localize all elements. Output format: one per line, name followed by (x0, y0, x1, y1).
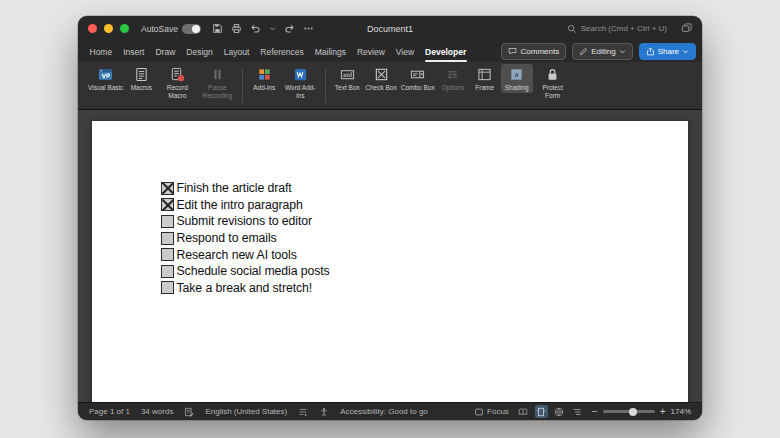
form-checkbox-unchecked[interactable] (161, 248, 174, 261)
focus-toggle[interactable]: Focus (474, 407, 509, 417)
accessibility-checker-icon[interactable] (319, 407, 329, 417)
focus-label: Focus (487, 407, 509, 416)
form-checkbox-unchecked[interactable] (161, 281, 174, 294)
pencil-icon (579, 47, 588, 56)
tab-view[interactable]: View (390, 41, 419, 62)
checklist-item-text: Edit the intro paragraph (177, 198, 303, 212)
form-checkbox-checked[interactable] (161, 182, 174, 195)
read-mode-icon[interactable] (517, 405, 530, 418)
undo-icon[interactable] (250, 23, 261, 34)
ribbon-button-label: Text Box (335, 84, 360, 92)
ribbon-button-record-macro[interactable]: Record Macro (157, 64, 197, 101)
document-page[interactable]: Finish the article draftEdit the intro p… (92, 121, 688, 402)
close-window-button[interactable] (88, 24, 97, 33)
ribbon-button-label: Macros (131, 84, 152, 92)
ribbon-button-label: Options (442, 84, 464, 92)
ribbon-button-frame[interactable]: Frame (469, 64, 501, 93)
print-icon[interactable] (231, 23, 242, 34)
checklist-row: Take a break and stretch! (161, 280, 330, 297)
search-box[interactable]: Search (Cmd + Ctrl + U) (567, 24, 667, 34)
word-window: AutoSave Document1 Search (Cmd + Ctrl + … (78, 16, 702, 420)
zoom-out-button[interactable]: − (592, 407, 598, 417)
page-count[interactable]: Page 1 of 1 (89, 407, 130, 416)
autosave-control[interactable]: AutoSave (141, 24, 201, 34)
checklist-row: Respond to emails (161, 230, 330, 247)
ribbon-button-check-box[interactable]: Check Box (363, 64, 398, 93)
ribbon-button-word-add-ins[interactable]: Word Add-ins (280, 64, 320, 101)
ribbon-button-shading[interactable]: aShading (501, 64, 533, 93)
svg-text:a: a (515, 70, 519, 79)
autosave-toggle[interactable] (182, 24, 201, 34)
titlebar: AutoSave Document1 Search (Cmd + Ctrl + … (78, 16, 702, 41)
record-macro-icon (170, 67, 185, 82)
proofing-icon[interactable] (184, 407, 194, 417)
ribbon-button-add-ins[interactable]: Add-ins (248, 64, 280, 93)
status-right: Focus − + 174% (474, 405, 691, 418)
tab-actions: Comments Editing Share (501, 41, 696, 62)
document-checklist: Finish the article draftEdit the intro p… (161, 180, 330, 296)
editing-label: Editing (591, 47, 615, 56)
share-label: Share (658, 47, 679, 56)
tab-insert[interactable]: Insert (118, 41, 150, 62)
frame-icon (477, 67, 492, 82)
share-button[interactable]: Share (639, 43, 696, 60)
ribbon-button-macros[interactable]: Macros (125, 64, 157, 93)
focus-icon (474, 407, 484, 417)
tab-mailings[interactable]: Mailings (309, 41, 351, 62)
visual-basic-icon (98, 67, 113, 82)
combo-box-icon (410, 67, 425, 82)
toggle-knob (192, 25, 200, 33)
zoom-percentage[interactable]: 174% (671, 407, 691, 416)
language-indicator[interactable]: English (United States) (205, 407, 287, 416)
minimize-window-button[interactable] (104, 24, 113, 33)
zoom-slider[interactable] (603, 410, 655, 413)
zoom-controls: − + 174% (592, 407, 691, 417)
tab-design[interactable]: Design (181, 41, 218, 62)
form-checkbox-unchecked[interactable] (161, 215, 174, 228)
tab-developer[interactable]: Developer (420, 41, 472, 62)
switch-windows-icon[interactable] (681, 23, 692, 34)
zoom-slider-knob[interactable] (629, 408, 637, 416)
form-checkbox-unchecked[interactable] (161, 232, 174, 245)
chevron-down-icon[interactable] (269, 25, 276, 32)
traffic-lights (88, 24, 129, 33)
web-layout-icon[interactable] (553, 405, 566, 418)
ribbon-button-label: Frame (475, 84, 494, 92)
save-icon[interactable] (212, 23, 223, 34)
status-left: Page 1 of 1 34 words English (United Sta… (89, 407, 428, 417)
pause-recording-icon (210, 67, 225, 82)
accessibility-status[interactable]: Accessibility: Good to go (340, 407, 428, 416)
form-checkbox-checked[interactable] (161, 198, 174, 211)
redo-icon[interactable] (284, 23, 295, 34)
tab-draw[interactable]: Draw (150, 41, 181, 62)
checklist-row: Finish the article draft (161, 180, 330, 197)
more-commands-icon[interactable] (303, 23, 314, 34)
ribbon-group-legacy-controls: abText BoxCheck BoxCombo BoxOptionsFrame… (331, 64, 572, 108)
fullscreen-window-button[interactable] (120, 24, 129, 33)
check-box-icon (374, 67, 389, 82)
ribbon-button-text-box[interactable]: abText Box (331, 64, 363, 93)
tab-review[interactable]: Review (351, 41, 390, 62)
ribbon-button-label: Pause Recording (199, 84, 235, 100)
text-predictions-icon[interactable] (298, 407, 308, 417)
editing-button[interactable]: Editing (572, 43, 632, 60)
ribbon: Visual BasicMacrosRecord MacroPause Reco… (78, 62, 702, 110)
zoom-in-button[interactable]: + (660, 407, 666, 417)
ribbon-button-visual-basic[interactable]: Visual Basic (86, 64, 125, 93)
shading-icon: a (509, 67, 524, 82)
outline-view-icon[interactable] (571, 405, 584, 418)
ribbon-button-protect-form[interactable]: Protect Form (533, 64, 573, 101)
tab-references[interactable]: References (255, 41, 309, 62)
word-count[interactable]: 34 words (141, 407, 173, 416)
ribbon-tab-bar: HomeInsertDrawDesignLayoutReferencesMail… (78, 41, 702, 62)
tab-home[interactable]: Home (84, 41, 118, 62)
ribbon-group-code: Visual BasicMacrosRecord MacroPause Reco… (86, 64, 237, 108)
ribbon-button-label: Shading (505, 84, 529, 92)
ribbon-group-separator (242, 69, 243, 103)
print-layout-icon[interactable] (535, 405, 548, 418)
form-checkbox-unchecked[interactable] (161, 265, 174, 278)
checklist-row: Submit revisions to editor (161, 213, 330, 230)
tab-layout[interactable]: Layout (218, 41, 255, 62)
comments-button[interactable]: Comments (501, 43, 566, 60)
ribbon-button-combo-box[interactable]: Combo Box (399, 64, 437, 93)
